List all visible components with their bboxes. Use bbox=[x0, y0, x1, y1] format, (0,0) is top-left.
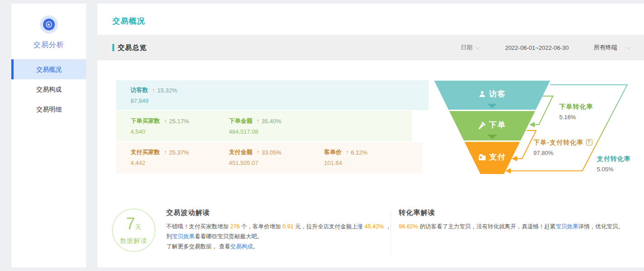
fluctuation-insight: 交易波动解读 不错哦！支付买家数增加 276 个，客单价增加 0.91 元，拉升… bbox=[166, 208, 391, 252]
highlight-number: 0.91 bbox=[282, 223, 293, 230]
metric-label: 支付买家数 bbox=[131, 148, 160, 156]
insight-text: 了解更多交易数据， 查看交易构成。 bbox=[166, 242, 391, 252]
order-conversion-rate: 下单转化率 5.16% bbox=[559, 103, 593, 121]
metric-value: 101.64 bbox=[324, 160, 368, 166]
metric-value: 484,517.08 bbox=[229, 128, 281, 135]
funnel-stage-text: 访客 bbox=[489, 89, 506, 99]
main-content: 交易概况 交易总览 日期 2022-06-01~2022-06-30 所有终端 bbox=[97, 4, 644, 267]
text: 的访客看了主力宝贝，没有转化就离开，真遗憾！赶紧 bbox=[418, 223, 555, 230]
metric-order-buyers: 下单买家数 ↑ 25.17% 4,540 bbox=[131, 117, 189, 135]
highlight-number: 45.42% bbox=[365, 223, 384, 230]
metric-row-payments: 支付买家数 ↑ 25.37% 4,442 支付金额 ↑ 33.05% 451,5… bbox=[116, 142, 422, 173]
funnel-label-orders: 下单 bbox=[478, 120, 506, 130]
metric-avg-order-value: 客单价 ↑ 6.12% 101.64 bbox=[324, 148, 368, 166]
insight-text: 96.62% 的访客看了主力宝贝，没有转化就离开，真遗憾！赶紧宝贝效果详情，优化… bbox=[399, 222, 629, 232]
sidebar-item-label: 交易明细 bbox=[36, 106, 62, 113]
metric-value: 4,540 bbox=[131, 128, 189, 135]
rate-value: 5.05% bbox=[597, 166, 631, 173]
funnel-label-payments: 支付 bbox=[478, 152, 506, 162]
vertical-divider bbox=[391, 210, 391, 255]
metric-order-amount: 下单金额 ↑ 35.40% 484,517.08 bbox=[229, 117, 281, 135]
metric-change: 15.32% bbox=[157, 87, 177, 94]
sidebar-item-label: 交易构成 bbox=[36, 86, 62, 93]
metric-label: 下单金额 bbox=[229, 117, 252, 125]
item-effect-link[interactable]: 宝贝效果 bbox=[556, 223, 578, 230]
chevron-down-icon[interactable] bbox=[626, 45, 631, 49]
metric-label: 下单买家数 bbox=[131, 117, 160, 125]
metric-label: 访客数 bbox=[131, 86, 148, 94]
insight-title: 转化率解读 bbox=[399, 208, 629, 217]
up-arrow-icon: ↑ bbox=[257, 149, 259, 155]
funnel-stage-text: 下单 bbox=[489, 120, 506, 130]
sidebar-item-detail[interactable]: 交易明细 bbox=[11, 99, 86, 119]
metric-change: 6.12% bbox=[351, 149, 368, 156]
terminal-select[interactable]: 所有终端 bbox=[594, 44, 617, 52]
badge-unit: 天 bbox=[135, 223, 141, 231]
date-range-picker[interactable]: 2022-06-01~2022-06-30 bbox=[505, 44, 569, 51]
text: 。 bbox=[253, 243, 259, 250]
user-icon bbox=[478, 90, 486, 98]
up-arrow-icon: ↑ bbox=[257, 118, 259, 124]
rate-value: 5.16% bbox=[559, 114, 593, 121]
badge-caption: 数据解读 bbox=[113, 237, 155, 245]
up-arrow-icon: ↑ bbox=[346, 149, 349, 155]
up-arrow-icon: ↑ bbox=[164, 149, 167, 155]
metric-label: 支付金额 bbox=[229, 148, 252, 156]
highlight-number: 276 bbox=[230, 223, 240, 230]
sidebar: 交易分析 交易概况 交易构成 交易明细 bbox=[11, 4, 86, 267]
text: 详情，优化宝贝。 bbox=[578, 223, 624, 230]
arrow-left-icon bbox=[529, 122, 535, 127]
sidebar-item-label: 交易概况 bbox=[36, 66, 62, 73]
page: 交易分析 交易概况 交易构成 交易明细 交易概况 交易总览 日期 bbox=[0, 0, 644, 271]
metric-change: 25.37% bbox=[169, 149, 189, 156]
item-effect-link[interactable]: 宝贝效果 bbox=[172, 233, 195, 240]
date-type-dropdown[interactable]: 日期 bbox=[460, 44, 479, 52]
metric-change: 35.40% bbox=[261, 118, 281, 125]
wallet-icon bbox=[478, 153, 486, 161]
metric-value: 87,949 bbox=[131, 97, 177, 104]
sidebar-item-composition[interactable]: 交易构成 bbox=[11, 79, 86, 99]
up-arrow-icon: ↑ bbox=[164, 118, 167, 124]
rate-label: 下单转化率 bbox=[559, 103, 593, 111]
text: 个，客单价增加 bbox=[240, 223, 282, 230]
metric-value: 451,505.07 bbox=[229, 160, 281, 166]
insight-title: 交易波动解读 bbox=[166, 208, 391, 217]
rate-label: 下单-支付转化率 bbox=[533, 139, 584, 146]
text: 元，拉升全店支付金额上涨 bbox=[294, 223, 365, 230]
insight-text: 不错哦！支付买家数增加 276 个，客单价增加 0.91 元，拉升全店支付金额上… bbox=[166, 222, 391, 242]
metric-pay-amount: 支付金额 ↑ 33.05% 451,505.07 bbox=[229, 148, 281, 166]
order-pay-conversion-rate: 下单-支付转化率? 97.80% bbox=[533, 139, 592, 156]
up-arrow-icon: ↑ bbox=[152, 87, 155, 93]
highlight-number: 96.62% bbox=[399, 223, 418, 230]
sidebar-item-overview[interactable]: 交易概况 bbox=[11, 59, 86, 79]
rate-label: 支付转化率 bbox=[597, 155, 631, 163]
conversion-insight: 转化率解读 96.62% 的访客看了主力宝贝，没有转化就离开，真遗憾！赶紧宝贝效… bbox=[399, 208, 629, 232]
page-title: 交易概况 bbox=[112, 16, 145, 26]
section-title-bar bbox=[112, 44, 114, 51]
date-type-label: 日期 bbox=[460, 44, 472, 52]
metric-label: 客单价 bbox=[324, 148, 342, 156]
rate-value: 97.80% bbox=[533, 150, 592, 156]
app-logo-icon bbox=[40, 15, 58, 34]
section-title-text: 交易总览 bbox=[118, 44, 147, 52]
text: 看看哪些宝贝贡献最大吧。 bbox=[195, 233, 263, 240]
metric-value: 4,442 bbox=[131, 160, 189, 166]
metric-pay-buyers: 支付买家数 ↑ 25.37% 4,442 bbox=[131, 148, 189, 166]
conversion-funnel: 访客 下单 支付 下单转化率 5.16% 下单-支付转化率? 97.80% bbox=[431, 75, 644, 184]
payment-conversion-rate: 支付转化率 5.05% bbox=[597, 155, 631, 173]
metric-row-visitors: 访客数 ↑ 15.32% 87,949 bbox=[116, 80, 429, 110]
funnel-stage-text: 支付 bbox=[489, 152, 506, 162]
chevron-down-icon bbox=[475, 45, 480, 49]
gavel-icon bbox=[478, 121, 486, 129]
sidebar-menu: 交易概况 交易构成 交易明细 bbox=[11, 59, 86, 119]
toolbar-filters: 日期 2022-06-01~2022-06-30 所有终端 bbox=[460, 44, 644, 52]
help-icon[interactable]: ? bbox=[586, 139, 592, 145]
section-title: 交易总览 bbox=[112, 44, 147, 52]
composition-link[interactable]: 交易构成 bbox=[230, 243, 253, 250]
metric-row-orders: 下单买家数 ↑ 25.17% 4,540 下单金额 ↑ 35.40% 484,5… bbox=[116, 111, 412, 141]
metric-change: 25.17% bbox=[169, 118, 189, 125]
funnel-label-visitors: 访客 bbox=[478, 89, 506, 99]
app-title: 交易分析 bbox=[11, 40, 86, 50]
badge-number: 7 bbox=[126, 214, 135, 233]
overview-toolbar: 交易总览 日期 2022-06-01~2022-06-30 所有终端 bbox=[97, 35, 644, 60]
